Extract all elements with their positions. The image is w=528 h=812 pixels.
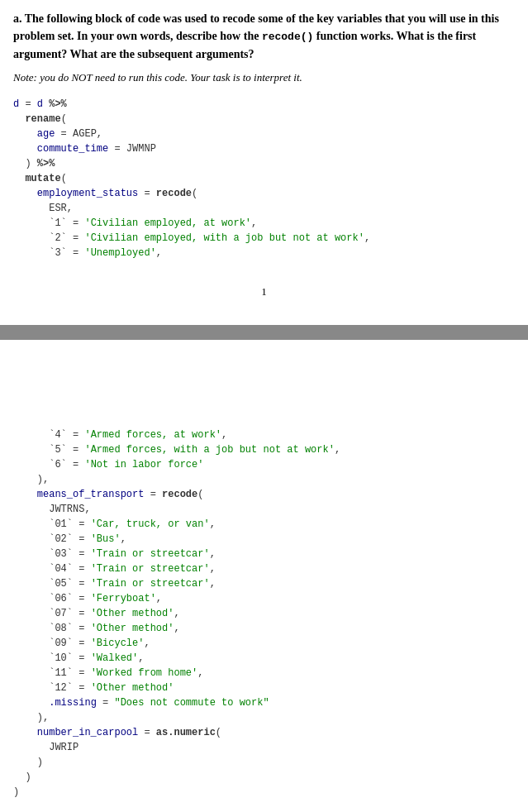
code-block-top: d = d %>% rename( age = AGEP, commute_ti…: [13, 93, 515, 264]
spacer: [0, 348, 528, 414]
page-divider: [0, 325, 528, 340]
question-a-label: a. The following block of code was used …: [13, 12, 499, 60]
question-a-block: a. The following block of code was used …: [13, 10, 515, 264]
page-top-section: a. The following block of code was used …: [0, 0, 528, 317]
question-a-text: a. The following block of code was used …: [13, 10, 515, 63]
page-bottom-section: `4` = 'Armed forces, at work', `5` = 'Ar…: [0, 414, 528, 812]
note-text: Note: you do NOT need to run this code. …: [13, 69, 515, 86]
recode-inline: recode(): [262, 31, 313, 43]
page-number: 1: [13, 277, 515, 307]
code-block-bottom: `4` = 'Armed forces, at work', `5` = 'Ar…: [13, 424, 515, 803]
